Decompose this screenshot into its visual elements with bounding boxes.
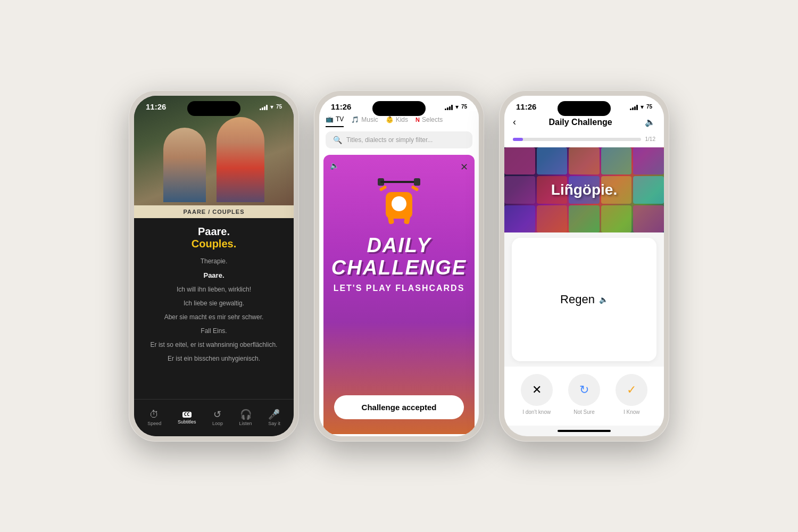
signal-icon-1 (260, 104, 268, 110)
sound-button-3[interactable]: 🔈 (645, 117, 655, 127)
n-logo: N (415, 117, 420, 123)
signal-icon-3 (630, 104, 638, 110)
tab-music[interactable]: 🎵 Music (351, 116, 378, 127)
arm-left (379, 185, 387, 192)
status-icons-3: ▾ 75 (630, 103, 652, 111)
couple-silhouette (134, 117, 294, 202)
hero-label: PAARE / COUPLES (134, 205, 294, 218)
dynamic-island-3 (558, 101, 611, 116)
dont-know-button[interactable]: ✕ (521, 374, 553, 406)
phone-3-screen: 11:26 ▾ 75 ‹ Daily Challenge 🔈 (504, 96, 664, 436)
subtitles-list: Therapie. Paare. Ich will ihn lieben, wi… (134, 253, 294, 399)
subtitle-line: Therapie. (145, 257, 283, 265)
nav-say-it[interactable]: 🎤 Say it (268, 410, 280, 426)
phone-1-screen: 11:26 ▾ 75 PAARE / COUPLES (134, 96, 294, 436)
action-dont-know: ✕ I don't know (521, 374, 553, 415)
not-sure-button[interactable]: ↻ (568, 374, 600, 406)
progress-fill (513, 138, 523, 141)
phone-3: 11:26 ▾ 75 ‹ Daily Challenge 🔈 (499, 90, 669, 442)
search-icon-2: 🔍 (333, 136, 342, 144)
battery-icon-1: 75 (276, 104, 282, 110)
kids-icon: 👶 (386, 116, 394, 123)
cc-icon: CC (182, 412, 192, 418)
nav-listen[interactable]: 🎧 Listen (239, 410, 252, 426)
daily-text: DAILY (331, 235, 467, 257)
subtitle-line: Aber sie macht es mir sehr schwer. (145, 313, 283, 321)
status-icons-2: ▾ 75 (445, 103, 467, 111)
wifi-icon-3: ▾ (641, 103, 644, 111)
nav-speed-label: Speed (147, 421, 161, 426)
nav-say-it-label: Say it (268, 421, 280, 426)
tab-kids-label: Kids (396, 116, 408, 123)
nav-speed[interactable]: ⏱ Speed (147, 410, 161, 426)
time-2: 11:26 (331, 102, 351, 111)
music-icon: 🎵 (351, 116, 359, 123)
progress-label: 1/12 (645, 136, 655, 142)
phone-2: 11:26 ▾ 75 📺 TV 🎵 M (314, 90, 484, 442)
dynamic-island-2 (372, 101, 426, 116)
close-button-modal[interactable]: ✕ (460, 161, 468, 173)
silhouette-male (217, 117, 264, 202)
back-button[interactable]: ‹ (513, 117, 516, 128)
tab-kids[interactable]: 👶 Kids (386, 116, 408, 127)
title-area: Paare. Couples. (134, 218, 294, 253)
tab-tv-label: TV (336, 115, 344, 123)
subtitle-line: Ich will ihn lieben, wirklich! (145, 286, 283, 293)
barbell-weight-right (414, 178, 420, 186)
phone-2-screen: 11:26 ▾ 75 📺 TV 🎵 M (319, 96, 479, 436)
home-indicator (558, 430, 611, 432)
phones-container: 11:26 ▾ 75 PAARE / COUPLES (129, 90, 669, 442)
word-text: Regen (560, 293, 595, 306)
dont-know-label: I don't know (522, 409, 551, 415)
search-placeholder: Titles, dialects or simply filter... (346, 136, 433, 144)
mascot-face (392, 196, 406, 211)
speed-icon: ⏱ (149, 410, 159, 419)
daily-challenge-modal: 🔈 ✕ DAILY (323, 155, 475, 434)
i-know-button[interactable]: ✓ (616, 374, 647, 406)
signal-icon-2 (445, 104, 453, 110)
time-3: 11:26 (516, 102, 536, 111)
battery-icon-3: 75 (646, 104, 652, 110)
subtitle-line: Er ist ein bisschen unhygienisch. (145, 355, 283, 362)
flashcards-text: LET'S PLAY FLASHCARDS (331, 284, 467, 293)
search-bar-2[interactable]: 🔍 Titles, dialects or simply filter... (326, 131, 472, 148)
page-title-3: Daily Challenge (548, 118, 612, 127)
word-sound-button[interactable]: 🔈 (599, 295, 608, 304)
battery-icon-2: 75 (461, 104, 467, 110)
nav-loop-label: Loop (212, 421, 223, 426)
wifi-icon-1: ▾ (270, 103, 273, 111)
progress-track (513, 138, 641, 141)
time-1: 11:26 (146, 102, 166, 111)
arm-right (411, 185, 419, 192)
mic-icon: 🎤 (268, 410, 280, 419)
word-display: Regen 🔈 (560, 293, 608, 306)
phone-1: 11:26 ▾ 75 PAARE / COUPLES (129, 90, 299, 442)
header-3: ‹ Daily Challenge 🔈 (504, 114, 664, 133)
barbell-bar (380, 181, 418, 183)
nav-loop[interactable]: ↺ Loop (212, 410, 223, 426)
title-english: Couples. (139, 238, 288, 250)
actions-bar: ✕ I don't know ↻ Not Sure ✓ I Know (504, 367, 664, 426)
home-bar-3 (504, 426, 664, 436)
loop-icon: ↺ (213, 410, 221, 419)
sound-icon-modal[interactable]: 🔈 (330, 161, 339, 170)
subtitle-line: Paare. (145, 271, 283, 279)
barbell (375, 178, 423, 186)
mascot-body (386, 192, 412, 219)
status-icons-1: ▾ 75 (260, 103, 282, 111)
tab-music-label: Music (361, 116, 378, 123)
tab-tv[interactable]: 📺 TV (326, 115, 344, 127)
nav-subtitles[interactable]: CC Subtitles (178, 412, 196, 425)
accept-challenge-button[interactable]: Challenge accepted (334, 395, 464, 419)
tab-selects[interactable]: N Selects (415, 116, 443, 127)
hero-image-3: Liñgöpie. (504, 147, 664, 232)
subtitle-line: Er ist so eitel, er ist wahnsinnig oberf… (145, 341, 283, 348)
tab-selects-label: Selects (422, 116, 443, 123)
challenge-text: CHALLENGE (331, 257, 467, 279)
leg-right (404, 216, 410, 225)
progress-bar-container: 1/12 (504, 133, 664, 147)
lingopie-logo: Liñgöpie. (551, 181, 617, 198)
subtitle-line: Ich liebe sie gewaltig. (145, 300, 283, 307)
listen-icon: 🎧 (240, 410, 252, 419)
action-i-know: ✓ I Know (616, 374, 647, 415)
